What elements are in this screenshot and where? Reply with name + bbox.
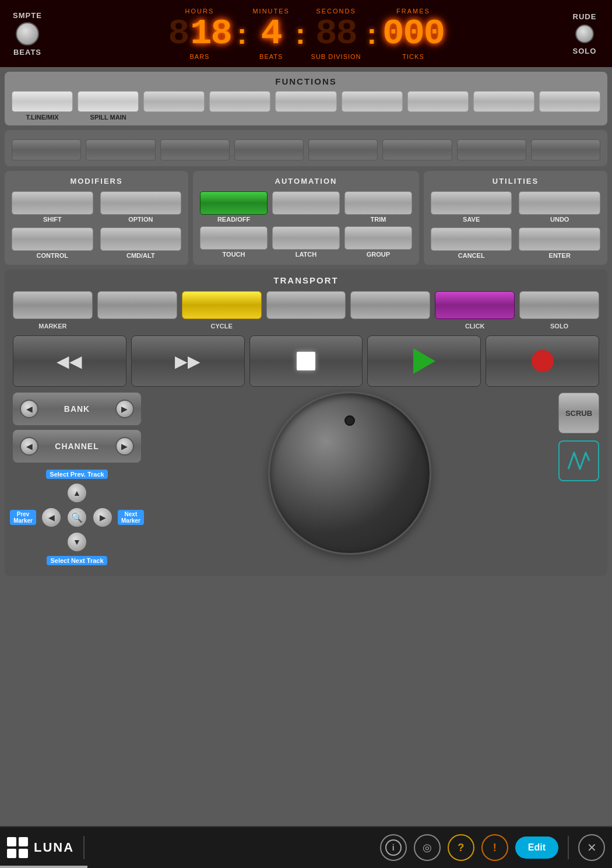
unnamed-btn-4[interactable]: [234, 139, 304, 160]
transport-title: TRANSPORT: [13, 275, 599, 285]
colon-1: :: [237, 17, 247, 51]
cycle-btn[interactable]: [182, 291, 262, 319]
transport-section: TRANSPORT MARKER CYCLE CLICK SOLO ◀◀ ▶▶: [5, 270, 607, 576]
save-btn[interactable]: [431, 191, 512, 215]
automation-box: AUTOMATION READ/OFF TRIM TOUCH LATCH: [193, 171, 419, 265]
solo-label: SOLO: [573, 47, 597, 55]
tr-label-5: [350, 323, 430, 330]
stop-icon: [297, 352, 315, 370]
touch-label: TOUCH: [223, 251, 245, 258]
tr-btn-2[interactable]: [97, 291, 177, 319]
camera-btn[interactable]: ◎: [414, 834, 441, 861]
luna-logo: LUNA: [7, 837, 74, 858]
fn-btn-6[interactable]: [342, 91, 403, 112]
tr-btn-4[interactable]: [266, 291, 346, 319]
tr-btn-5[interactable]: [350, 291, 430, 319]
trim-btn[interactable]: [344, 191, 412, 215]
smpte-button[interactable]: [16, 22, 39, 46]
enter-btn[interactable]: [519, 228, 600, 251]
stop-btn[interactable]: [249, 335, 363, 387]
unnamed-btn-row: [12, 139, 600, 160]
option-btn[interactable]: [100, 191, 182, 215]
fn-btn-5[interactable]: [275, 91, 336, 112]
control-label: CONTROL: [37, 252, 68, 259]
fn-btn-4[interactable]: [209, 91, 270, 112]
hours-ones: 18: [190, 16, 231, 52]
nav-search-btn[interactable]: 🔍: [66, 507, 87, 528]
rude-solo-section: RUDE SOLO: [564, 12, 605, 55]
fn-btn-spill[interactable]: [78, 91, 139, 112]
nav-right-btn[interactable]: ▶: [92, 507, 113, 528]
close-btn[interactable]: ✕: [578, 834, 605, 861]
channel-right-btn[interactable]: ▶: [115, 437, 134, 456]
group-btn[interactable]: [344, 226, 412, 250]
cmdalt-btn[interactable]: [100, 228, 182, 251]
nav-down-btn[interactable]: ▼: [66, 531, 87, 552]
marker-btn[interactable]: [13, 291, 93, 319]
three-col-section: MODIFIERS SHIFT OPTION CONTROL CMD/ALT A…: [5, 171, 607, 265]
jog-wheel[interactable]: [268, 391, 431, 555]
warning-btn[interactable]: !: [481, 834, 508, 861]
solo-btn[interactable]: [519, 291, 599, 319]
cancel-btn[interactable]: [431, 228, 512, 251]
touch-btn[interactable]: [200, 226, 268, 250]
channel-left-btn[interactable]: ◀: [20, 437, 38, 456]
rewind-btn[interactable]: ◀◀: [13, 335, 126, 387]
readoff-btn[interactable]: [200, 191, 268, 215]
fn-btn-7[interactable]: [407, 91, 469, 112]
fn-label-4: [209, 114, 270, 121]
unnamed-btn-7[interactable]: [457, 139, 526, 160]
bank-right-btn[interactable]: ▶: [115, 400, 134, 418]
bank-left-btn[interactable]: ◀: [20, 400, 38, 418]
fn-btn-8[interactable]: [473, 91, 534, 112]
unnamed-btn-6[interactable]: [382, 139, 452, 160]
info-btn[interactable]: i: [380, 834, 407, 861]
unnamed-btn-8[interactable]: [531, 139, 600, 160]
bottom-divider-1: [83, 836, 85, 859]
record-btn[interactable]: [486, 335, 599, 387]
jog-notch: [344, 415, 355, 426]
close-icon: ✕: [587, 841, 597, 855]
jog-wheel-area: [148, 381, 551, 565]
bank-label: BANK: [64, 404, 90, 414]
unnamed-btn-2[interactable]: [86, 139, 155, 160]
auto-btn-2[interactable]: [272, 191, 340, 215]
ticks-label: TICKS: [402, 53, 424, 60]
latch-btn[interactable]: [272, 226, 340, 250]
help-btn[interactable]: ?: [448, 834, 474, 861]
trim-label: TRIM: [370, 216, 386, 223]
nav-left-btn[interactable]: ◀: [41, 507, 62, 528]
fn-btn-tline[interactable]: [12, 91, 73, 112]
nav-up-btn[interactable]: ▲: [66, 482, 87, 503]
edit-btn[interactable]: Edit: [515, 836, 558, 859]
modifiers-grid: SHIFT OPTION CONTROL CMD/ALT: [12, 191, 181, 259]
functions-label-row: T.LINE/MIX SPILL MAIN: [12, 114, 600, 121]
fn-label-7: [407, 114, 469, 121]
tr-label-2: [97, 323, 177, 330]
subdivision-label: SUB DIVISION: [311, 53, 361, 60]
waveform-btn[interactable]: [558, 440, 599, 481]
click-btn[interactable]: [435, 291, 515, 319]
fn-label-spill: SPILL MAIN: [78, 114, 139, 121]
rude-button[interactable]: [575, 24, 594, 43]
fn-label-6: [342, 114, 403, 121]
undo-btn[interactable]: [519, 191, 600, 215]
grid-cell-2: [19, 837, 28, 846]
cycle-label: CYCLE: [182, 323, 262, 330]
unnamed-btn-1[interactable]: [12, 139, 81, 160]
timecode-display: HOURS 8 18 BARS : MINUTES 4 BEATS : SECO…: [48, 8, 564, 60]
unnamed-btn-3[interactable]: [160, 139, 230, 160]
fastforward-btn[interactable]: ▶▶: [131, 335, 245, 387]
shift-btn[interactable]: [12, 191, 93, 215]
fn-btn-9[interactable]: [539, 91, 600, 112]
unnamed-btn-5[interactable]: [308, 139, 378, 160]
solo-tr-label: SOLO: [519, 323, 599, 330]
play-btn[interactable]: [367, 335, 481, 387]
scrub-btn[interactable]: SCRUB: [558, 393, 599, 433]
modifiers-title: MODIFIERS: [12, 177, 181, 186]
fn-btn-3[interactable]: [143, 91, 205, 112]
transport-label-row: MARKER CYCLE CLICK SOLO: [13, 323, 599, 330]
control-btn[interactable]: [12, 228, 93, 251]
seconds-group: SECONDS 88 SUB DIVISION: [311, 8, 361, 60]
hours-tens: 8: [168, 16, 188, 52]
